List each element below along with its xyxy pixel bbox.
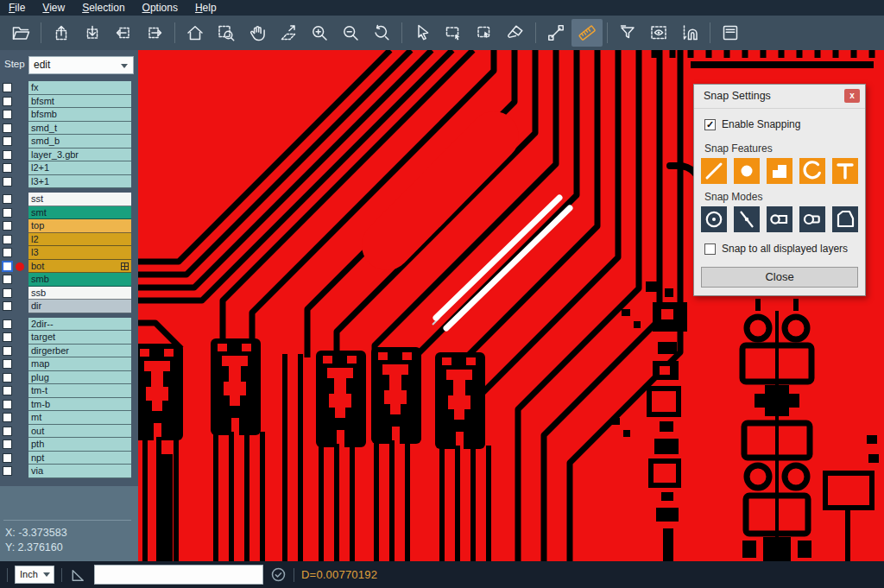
layer-row-plug[interactable]: plug	[0, 371, 138, 385]
zoom-previous-icon[interactable]	[366, 19, 397, 47]
layer-label[interactable]: ssb	[28, 287, 131, 300]
layer-visibility-checkbox[interactable]	[3, 235, 12, 244]
layer-row-pth[interactable]: pth	[0, 438, 138, 452]
layer-visibility-checkbox[interactable]	[3, 466, 12, 476]
paint-brush-icon[interactable]	[500, 19, 531, 47]
unit-select[interactable]: Inch	[15, 566, 54, 584]
layer-label[interactable]: l2	[28, 233, 131, 247]
layer-row-sst[interactable]: sst	[0, 193, 138, 206]
layer-visibility-checkbox[interactable]	[3, 453, 12, 463]
select-cursor-icon[interactable]	[407, 19, 438, 47]
layer-row-smb[interactable]: smb	[0, 273, 138, 287]
layer-label[interactable]: smb	[28, 273, 131, 287]
snap-mode-center-button[interactable]	[701, 206, 727, 232]
layer-visibility-checkbox[interactable]	[3, 400, 12, 409]
layer-visibility-checkbox[interactable]	[3, 248, 12, 257]
group-select-icon[interactable]	[469, 19, 500, 47]
layer-row-bot[interactable]: bot	[0, 260, 138, 274]
layer-label[interactable]: plug	[28, 371, 131, 385]
layer-visibility-checkbox[interactable]	[3, 413, 12, 422]
layer-visibility-checkbox[interactable]	[3, 97, 12, 106]
layer-row-mt[interactable]: mt	[0, 411, 138, 425]
zoom-window-icon[interactable]	[211, 19, 242, 47]
snap-magnet-icon[interactable]	[674, 19, 705, 47]
layer-label[interactable]: smd_t	[28, 122, 131, 136]
snap-feature-arc-button[interactable]	[799, 158, 825, 184]
layer-table-icon[interactable]	[715, 19, 746, 47]
layer-label[interactable]: smd_b	[28, 135, 131, 149]
layer-visibility-checkbox[interactable]	[3, 439, 12, 449]
snap-all-layers-checkbox[interactable]	[704, 243, 716, 255]
sync-circle-icon[interactable]	[270, 566, 287, 583]
layer-label[interactable]: l2+1	[28, 161, 131, 175]
nudge-up-icon[interactable]	[46, 19, 77, 47]
layer-visibility-checkbox[interactable]	[3, 359, 12, 369]
step-select[interactable]: edit	[28, 56, 134, 74]
layer-visibility-checkbox[interactable]	[3, 208, 12, 218]
zoom-in-icon[interactable]	[304, 19, 335, 47]
snap-mode-slot-button[interactable]	[767, 206, 792, 232]
layer-label[interactable]: bfsmb	[28, 108, 131, 122]
layer-visibility-checkbox[interactable]	[3, 301, 12, 311]
layer-row-map[interactable]: map	[0, 357, 138, 371]
layer-label[interactable]: smt	[28, 206, 131, 220]
view-window-icon[interactable]	[643, 19, 674, 47]
layer-label[interactable]: sst	[28, 193, 131, 206]
nudge-right-icon[interactable]	[139, 19, 170, 47]
layer-visibility-checkbox[interactable]	[3, 275, 12, 284]
layer-visibility-checkbox[interactable]	[3, 83, 12, 92]
snap-feature-surface-button[interactable]	[767, 158, 792, 184]
layer-label[interactable]: l3	[28, 246, 131, 260]
layer-row-dir[interactable]: dir	[0, 300, 138, 313]
layer-visibility-checkbox[interactable]	[3, 177, 12, 187]
menu-selection[interactable]: Selection	[73, 2, 133, 14]
layer-row-bfsmt[interactable]: bfsmt	[0, 95, 138, 109]
layer-visibility-checkbox[interactable]	[3, 262, 12, 271]
snap-mode-slot-outline-button[interactable]	[799, 206, 825, 232]
layer-row-2dir--[interactable]: 2dir--	[0, 318, 138, 332]
layer-label[interactable]: bot	[28, 260, 131, 274]
layer-label[interactable]: dir	[28, 300, 131, 313]
pan-hand-icon[interactable]	[242, 19, 273, 47]
layer-row-l3+1[interactable]: l3+1	[0, 175, 138, 189]
layer-row-l2[interactable]: l2	[0, 233, 138, 247]
home-view-icon[interactable]	[180, 19, 211, 47]
layer-row-l3[interactable]: l3	[0, 246, 138, 260]
layer-visibility-checkbox[interactable]	[3, 194, 12, 204]
layer-row-out[interactable]: out	[0, 425, 138, 439]
layer-visibility-checkbox[interactable]	[3, 319, 12, 329]
menu-options[interactable]: Options	[134, 2, 186, 14]
layer-row-tm-b[interactable]: tm-b	[0, 398, 138, 412]
layer-visibility-checkbox[interactable]	[3, 332, 12, 342]
layer-visibility-checkbox[interactable]	[3, 373, 12, 383]
layer-row-smt[interactable]: smt	[0, 206, 138, 220]
layer-label[interactable]: top	[28, 219, 131, 233]
layer-label[interactable]: out	[28, 425, 131, 439]
layer-row-ssb[interactable]: ssb	[0, 287, 138, 300]
enable-snapping-checkbox[interactable]	[704, 119, 716, 130]
layer-label[interactable]: mt	[28, 411, 131, 425]
layer-label[interactable]: bfsmt	[28, 95, 131, 109]
layer-label[interactable]: l3+1	[28, 175, 131, 189]
layer-label[interactable]: map	[28, 357, 131, 371]
layer-row-via[interactable]: via	[0, 465, 138, 478]
zoom-out-icon[interactable]	[335, 19, 366, 47]
layer-visibility-checkbox[interactable]	[3, 427, 12, 436]
layer-visibility-checkbox[interactable]	[3, 221, 12, 231]
layer-row-fx[interactable]: fx	[0, 81, 138, 95]
layer-row-tm-t[interactable]: tm-t	[0, 384, 138, 398]
menu-view[interactable]: View	[34, 2, 73, 14]
layer-visibility-checkbox[interactable]	[3, 346, 12, 356]
layer-visibility-checkbox[interactable]	[3, 136, 12, 146]
nudge-down-icon[interactable]	[77, 19, 108, 47]
layer-visibility-checkbox[interactable]	[3, 110, 12, 119]
filter-icon[interactable]	[612, 19, 643, 47]
layer-row-npt[interactable]: npt	[0, 452, 138, 465]
layer-row-layer_3.gbr[interactable]: layer_3.gbr	[0, 149, 138, 162]
layer-label[interactable]: tm-b	[28, 398, 131, 412]
layer-row-smd_b[interactable]: smd_b	[0, 135, 138, 149]
snap-mode-polygon-button[interactable]	[832, 206, 858, 232]
zoom-dynamic-icon[interactable]	[273, 19, 304, 47]
close-button[interactable]: Close	[701, 267, 858, 288]
menu-help[interactable]: Help	[186, 2, 225, 14]
